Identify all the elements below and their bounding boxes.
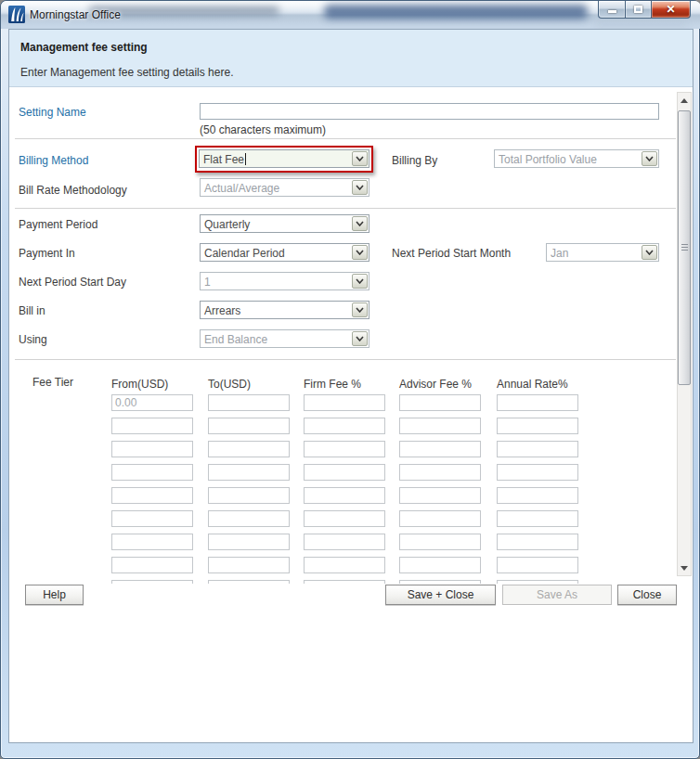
fee-tier-input-annual-rate-row8[interactable] — [497, 557, 578, 573]
vertical-scrollbar[interactable] — [677, 92, 692, 576]
window-controls: ✕ — [598, 1, 691, 19]
fee-tier-row — [9, 418, 585, 434]
fee-tier-input-firm-fee-row7[interactable] — [304, 534, 385, 550]
fee-tier-row — [9, 510, 585, 527]
background-window-blur — [595, 21, 688, 29]
billing-by-label: Billing By — [392, 154, 437, 167]
fee-tier-input-from-row5[interactable] — [111, 487, 193, 504]
fee-tier-row — [9, 557, 585, 573]
titlebar: Morningstar Office ✕ — [1, 1, 700, 29]
fee-tier-label: Fee Tier — [32, 376, 73, 389]
fee-tier-input-annual-rate-row9[interactable] — [497, 580, 578, 584]
fee-tier-input-from-row3[interactable] — [111, 441, 193, 457]
fee-tier-input-to-row4[interactable] — [208, 464, 290, 481]
close-button[interactable]: Close — [617, 585, 677, 605]
payment-in-label: Payment In — [19, 247, 75, 260]
close-window-button[interactable]: ✕ — [652, 1, 691, 19]
fee-tier-input-annual-rate-row1[interactable] — [497, 394, 578, 411]
fee-tier-column-from: From(USD) — [111, 378, 168, 391]
divider — [15, 138, 676, 139]
fee-tier-row — [9, 464, 585, 481]
fee-tier-input-from-row4[interactable] — [111, 464, 193, 481]
fee-tier-input-firm-fee-row2[interactable] — [304, 418, 385, 434]
billing-method-select[interactable]: Flat Fee — [199, 149, 369, 168]
chevron-down-icon — [352, 180, 368, 195]
chevron-down-icon[interactable] — [352, 302, 368, 317]
chevron-down-icon — [352, 274, 368, 289]
dialog-header: Management fee setting Enter Management … — [9, 30, 693, 87]
billing-method-label: Billing Method — [19, 154, 88, 167]
fee-tier-input-annual-rate-row6[interactable] — [497, 510, 578, 527]
using-label: Using — [19, 333, 47, 346]
fee-tier-input-from-row8[interactable] — [111, 557, 193, 573]
fee-tier-input-to-row3[interactable] — [208, 441, 290, 457]
fee-tier-input-to-row9[interactable] — [208, 580, 290, 584]
fee-tier-input-advisor-fee-row5[interactable] — [399, 487, 481, 504]
bill-rate-methodology-value: Actual/Average — [204, 182, 279, 195]
payment-in-select[interactable]: Calendar Period — [200, 243, 369, 262]
bill-in-select[interactable]: Arrears — [200, 301, 369, 319]
chevron-down-icon[interactable] — [352, 245, 368, 260]
fee-tier-input-firm-fee-row6[interactable] — [304, 510, 385, 527]
setting-name-hint: (50 characters maximum) — [200, 123, 326, 136]
payment-in-value: Calendar Period — [204, 247, 285, 260]
fee-tier-input-firm-fee-row4[interactable] — [304, 464, 385, 481]
fee-tier-input-advisor-fee-row9[interactable] — [399, 580, 481, 584]
bill-in-label: Bill in — [19, 304, 45, 317]
chevron-down-icon[interactable] — [352, 151, 368, 166]
fee-tier-input-from-row9[interactable] — [111, 580, 193, 584]
fee-tier-input-firm-fee-row1[interactable] — [304, 394, 385, 411]
fee-tier-input-firm-fee-row9[interactable] — [304, 580, 385, 584]
fee-tier-input-from-row7[interactable] — [111, 534, 193, 550]
billing-by-select: Total Portfolio Value — [494, 149, 659, 168]
form-scroll-area: Setting Name (50 characters maximum) Bil… — [9, 88, 693, 584]
maximize-button[interactable] — [625, 1, 652, 19]
save-close-button[interactable]: Save + Close — [385, 585, 496, 605]
fee-tier-input-to-row1[interactable] — [208, 394, 290, 411]
fee-tier-input-to-row5[interactable] — [208, 487, 290, 504]
setting-name-input[interactable] — [200, 103, 659, 120]
fee-tier-input-firm-fee-row3[interactable] — [304, 441, 385, 457]
minimize-button[interactable] — [598, 1, 625, 19]
fee-tier-input-advisor-fee-row7[interactable] — [399, 534, 481, 550]
divider — [15, 359, 676, 360]
text-cursor — [245, 153, 246, 165]
scroll-up-button[interactable] — [678, 93, 691, 108]
next-period-start-month-label: Next Period Start Month — [392, 247, 511, 260]
chevron-down-icon[interactable] — [352, 216, 368, 231]
fee-tier-input-advisor-fee-row6[interactable] — [399, 510, 481, 527]
morningstar-logo-icon — [8, 6, 25, 23]
fee-tier-input-from-row6[interactable] — [111, 510, 193, 527]
fee-tier-input-to-row7[interactable] — [208, 534, 290, 550]
fee-tier-input-to-row2[interactable] — [208, 418, 290, 434]
fee-tier-input-to-row6[interactable] — [208, 510, 290, 527]
chevron-down-icon — [642, 151, 657, 166]
fee-tier-input-advisor-fee-row2[interactable] — [399, 418, 481, 434]
fee-tier-input-annual-rate-row5[interactable] — [497, 487, 578, 504]
fee-tier-input-advisor-fee-row3[interactable] — [399, 441, 481, 457]
using-select: End Balance — [200, 329, 369, 348]
fee-tier-input-advisor-fee-row1[interactable] — [399, 394, 481, 411]
fee-tier-input-advisor-fee-row4[interactable] — [399, 464, 481, 481]
fee-tier-input-annual-rate-row2[interactable] — [497, 418, 578, 434]
fee-tier-input-advisor-fee-row8[interactable] — [399, 557, 481, 573]
scrollbar-thumb[interactable] — [678, 110, 691, 385]
fee-tier-input-annual-rate-row3[interactable] — [497, 441, 578, 457]
billing-method-value: Flat Fee — [203, 153, 244, 166]
scroll-down-button[interactable] — [678, 560, 691, 575]
fee-tier-input-to-row8[interactable] — [208, 557, 290, 573]
fee-tier-input-annual-rate-row4[interactable] — [497, 464, 578, 481]
fee-tier-input-firm-fee-row8[interactable] — [304, 557, 385, 573]
billing-by-value: Total Portfolio Value — [499, 153, 597, 166]
fee-tier-input-firm-fee-row5[interactable] — [304, 487, 385, 504]
fee-tier-input-annual-rate-row7[interactable] — [497, 534, 578, 550]
chevron-down-icon — [642, 245, 657, 260]
triangle-up-icon — [681, 98, 688, 103]
fee-tier-row — [9, 487, 585, 504]
payment-period-select[interactable]: Quarterly — [200, 214, 369, 233]
next-period-start-day-select: 1 — [200, 272, 369, 290]
help-button[interactable]: Help — [25, 585, 84, 605]
fee-tier-input-from-row2[interactable] — [111, 418, 193, 434]
background-window-title-blur — [324, 5, 588, 19]
save-as-button: Save As — [502, 585, 612, 605]
